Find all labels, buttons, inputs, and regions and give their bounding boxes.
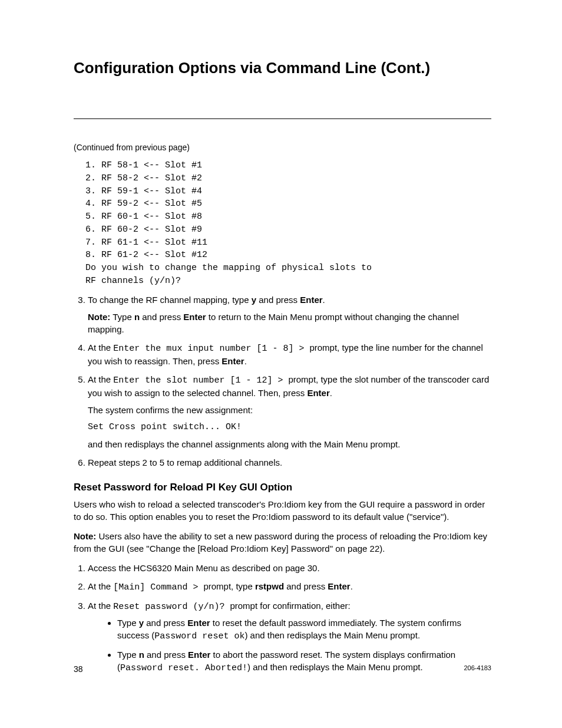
- step-4: At the Enter the mux input number [1 - 8…: [88, 341, 491, 367]
- key-y: y: [139, 618, 144, 628]
- page-footer: 38 206-4183: [74, 664, 491, 674]
- step-6: Repeat steps 2 to 5 to remap additional …: [88, 456, 491, 469]
- prompt-text: Enter the mux input number [1 - 8] >: [113, 344, 309, 354]
- text: At the: [88, 581, 113, 591]
- ordered-steps: To change the RF channel mapping, type y…: [74, 294, 491, 469]
- text: ) and then redisplays the Main Menu prom…: [244, 630, 420, 640]
- text: and press: [140, 312, 183, 322]
- key-n: n: [139, 650, 144, 660]
- text: and press: [256, 295, 300, 305]
- key-enter: Enter: [307, 388, 329, 398]
- reset-step-2: At the [Main] Command > prompt, type rst…: [88, 580, 491, 594]
- text: At the: [88, 374, 113, 384]
- continued-text: (Continued from previous page): [74, 143, 491, 152]
- command: rstpwd: [255, 581, 284, 591]
- text: .: [244, 356, 247, 366]
- key-n: n: [134, 312, 140, 322]
- prompt-text: Enter the slot number [1 - 12] >: [113, 375, 288, 386]
- document-page: Configuration Options via Command Line (…: [0, 0, 562, 728]
- text: Type: [110, 312, 134, 322]
- key-enter: Enter: [328, 581, 350, 591]
- key-y: y: [252, 295, 256, 305]
- output-text: Password reset ok: [154, 631, 244, 641]
- key-enter: Enter: [300, 295, 322, 305]
- divider: [74, 118, 491, 119]
- page-number: 38: [74, 664, 83, 674]
- text: At the: [88, 342, 113, 353]
- text: Type: [117, 650, 139, 660]
- step-5: At the Enter the slot number [1 - 12] > …: [88, 373, 491, 450]
- after-text: and then redisplays the channel assignme…: [88, 438, 491, 450]
- text: .: [323, 295, 325, 305]
- text: At the: [88, 601, 113, 611]
- step-3: To change the RF channel mapping, type y…: [88, 294, 491, 335]
- text: prompt for confirmation, either:: [230, 601, 350, 611]
- note-paragraph: Note: Users also have the ability to set…: [74, 530, 491, 555]
- key-enter: Enter: [188, 650, 210, 660]
- prompt-text: [Main] Command >: [113, 582, 203, 592]
- reset-step-3: At the Reset password (y/n)? prompt for …: [88, 599, 491, 674]
- code-block: 1. RF 58-1 <-- Slot #1 2. RF 58-2 <-- Sl…: [85, 159, 491, 288]
- confirm-text: The system confirms the new assignment:: [88, 404, 491, 416]
- confirm-output: Set Cross point switch... OK!: [88, 421, 491, 433]
- paragraph: Users who wish to reload a selected tran…: [74, 498, 491, 523]
- reset-steps: Access the HCS6320 Main Menu as describe…: [74, 562, 491, 674]
- key-enter: Enter: [183, 312, 206, 322]
- prompt-text: Reset password (y/n)?: [113, 602, 230, 612]
- document-id: 206-4183: [464, 664, 492, 671]
- text: and press: [144, 650, 188, 660]
- text: and press: [144, 618, 187, 628]
- bullet-1: Type y and press Enter to reset the defa…: [117, 617, 491, 643]
- key-enter: Enter: [222, 356, 244, 366]
- note-label: Note:: [88, 312, 110, 322]
- page-title: Configuration Options via Command Line (…: [74, 59, 491, 77]
- text: .: [351, 581, 353, 591]
- section-heading: Reset Password for Reload PI Key GUI Opt…: [74, 482, 491, 493]
- text: prompt, type: [203, 581, 255, 591]
- text: Type: [117, 618, 139, 628]
- reset-step-1: Access the HCS6320 Main Menu as describe…: [88, 562, 491, 574]
- text: .: [330, 388, 332, 398]
- note-label: Note:: [74, 531, 96, 541]
- note: Note: Type n and press Enter to return t…: [88, 311, 491, 335]
- text: Users also have the ability to set a new…: [74, 531, 487, 554]
- key-enter: Enter: [187, 618, 210, 628]
- text: and press: [284, 581, 328, 591]
- text: To change the RF channel mapping, type: [88, 295, 252, 305]
